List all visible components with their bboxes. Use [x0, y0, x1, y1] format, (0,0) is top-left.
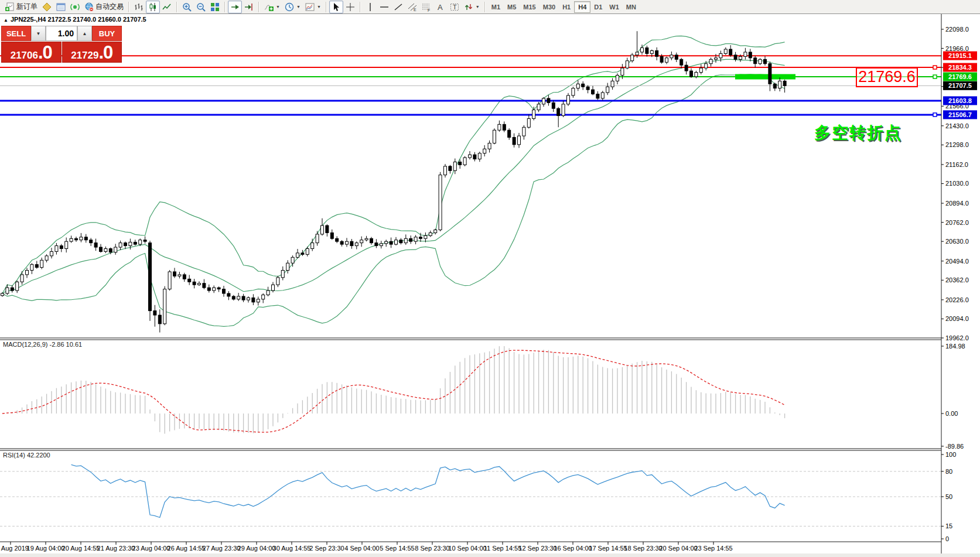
zoom-in-button[interactable] — [180, 1, 194, 13]
svg-text:21966.0: 21966.0 — [945, 45, 969, 52]
trendline-button[interactable] — [391, 1, 405, 13]
vertical-line-button[interactable] — [363, 1, 377, 13]
svg-text:20630.0: 20630.0 — [945, 238, 969, 245]
label-button[interactable]: T — [448, 1, 462, 13]
horizontal-line-button[interactable] — [377, 1, 391, 13]
svg-text:21298.0: 21298.0 — [945, 141, 969, 148]
price-callout[interactable]: 21769.6 — [856, 67, 918, 87]
rsi-label: RSI(14) 42.2200 — [3, 452, 50, 459]
tab-timeframe-H4[interactable]: H4 — [574, 1, 590, 13]
svg-text:A: A — [438, 3, 443, 12]
fibonacci-button[interactable]: F — [419, 1, 433, 13]
svg-text:-89.86: -89.86 — [945, 443, 964, 450]
auto-trading-button[interactable]: 自动交易 — [82, 1, 126, 13]
chart-canvas[interactable]: 22098.021966.021834.021702.021566.021430… — [0, 0, 980, 557]
svg-text:21915.1: 21915.1 — [948, 52, 972, 59]
arrow-tools-icon — [464, 2, 473, 12]
buy-button[interactable]: BUY — [92, 26, 122, 41]
signals-icon — [70, 2, 80, 12]
market-watch-icon — [42, 2, 52, 12]
highlight-segment[interactable] — [735, 74, 795, 80]
panel-separators[interactable] — [0, 14, 941, 553]
sell-button[interactable]: SELL — [1, 26, 31, 41]
chart-shift-button[interactable] — [242, 1, 256, 13]
svg-text:23 Aug 04:00: 23 Aug 04:00 — [132, 545, 170, 552]
tab-timeframe-M30[interactable]: M30 — [539, 2, 559, 12]
volume-down-button[interactable]: ▼ — [31, 26, 46, 41]
svg-text:21030.0: 21030.0 — [945, 180, 969, 187]
horizontal-price-lines[interactable] — [0, 56, 941, 117]
toolbar-separator — [484, 2, 486, 12]
tab-timeframe-M1[interactable]: M1 — [488, 2, 504, 12]
svg-text:T: T — [453, 4, 457, 11]
tab-timeframe-MN[interactable]: MN — [623, 2, 640, 12]
label-icon: T — [450, 2, 459, 12]
svg-text:21834.3: 21834.3 — [948, 64, 972, 71]
chart-annotation[interactable]: 多空转折点 — [814, 122, 902, 144]
volume-input[interactable] — [46, 26, 77, 41]
buy-price-decimal: .0 — [98, 42, 112, 63]
svg-text:15 Aug 2019: 15 Aug 2019 — [0, 545, 29, 552]
buy-price[interactable]: 21729.0 — [62, 42, 122, 63]
collapse-icon[interactable]: ▲ — [4, 18, 8, 23]
tab-timeframe-M15[interactable]: M15 — [520, 2, 539, 12]
svg-text:21769.6: 21769.6 — [948, 73, 972, 80]
new-order-icon — [5, 2, 15, 12]
data-window-button[interactable] — [54, 1, 68, 13]
auto-trading-icon — [84, 2, 94, 12]
volume-up-button[interactable]: ▲ — [77, 26, 92, 41]
arrow-tools-button[interactable]: ▼ — [462, 1, 482, 13]
svg-text:20 Aug 14:55: 20 Aug 14:55 — [62, 545, 100, 552]
auto-scroll-button[interactable] — [228, 1, 242, 13]
svg-text:27 Aug 23:30: 27 Aug 23:30 — [203, 545, 241, 552]
text-button[interactable]: A — [433, 1, 448, 13]
svg-text:20362.0: 20362.0 — [945, 276, 969, 283]
trendline-icon — [394, 2, 403, 12]
sell-price-main: 21706 — [11, 50, 38, 61]
tab-timeframe-H1[interactable]: H1 — [559, 2, 574, 12]
crosshair-button[interactable] — [343, 1, 357, 13]
line-chart-button[interactable] — [160, 1, 174, 13]
svg-text:20094.0: 20094.0 — [945, 315, 969, 322]
tab-timeframe-W1[interactable]: W1 — [606, 2, 623, 12]
svg-text:2 Sep 23:30: 2 Sep 23:30 — [309, 545, 344, 552]
ohlc-text: JPN225-,H4 21722.5 21740.0 21660.0 21707… — [11, 16, 146, 23]
candlestick-button[interactable] — [146, 1, 160, 13]
svg-text:22098.0: 22098.0 — [945, 26, 969, 33]
svg-text:184.98: 184.98 — [945, 343, 965, 350]
templates-icon — [305, 2, 315, 12]
toolbar-separator — [258, 2, 259, 12]
svg-text:16 Sep 04:00: 16 Sep 04:00 — [554, 545, 592, 552]
window-bottom-edge — [0, 553, 980, 557]
svg-text:21603.8: 21603.8 — [948, 97, 972, 104]
svg-text:26 Aug 14:55: 26 Aug 14:55 — [168, 545, 206, 552]
cursor-button[interactable] — [329, 1, 343, 13]
bar-chart-button[interactable] — [132, 1, 146, 13]
svg-text:30 Aug 14:55: 30 Aug 14:55 — [273, 545, 311, 552]
svg-text:12 Sep 23:30: 12 Sep 23:30 — [518, 545, 556, 552]
buy-price-main: 21729 — [71, 50, 98, 61]
periods-button[interactable]: ▼ — [282, 1, 303, 13]
zoom-out-button[interactable] — [194, 1, 208, 13]
market-watch-button[interactable] — [40, 1, 54, 13]
tab-timeframe-D1[interactable]: D1 — [590, 2, 606, 12]
toolbar-separator — [360, 2, 361, 12]
tab-timeframe-M5[interactable]: M5 — [504, 2, 520, 12]
templates-button[interactable]: ▼ — [303, 1, 323, 13]
svg-text:19962.0: 19962.0 — [945, 334, 969, 341]
new-order-button[interactable]: 新订单 — [2, 1, 40, 13]
toolbar-separator — [224, 2, 226, 12]
data-window-icon — [56, 2, 66, 12]
svg-text:15: 15 — [945, 522, 952, 529]
zoom-out-icon — [196, 2, 206, 12]
sell-price[interactable]: 21706.0 — [1, 42, 62, 63]
sell-price-decimal: .0 — [38, 42, 52, 63]
chevron-down-icon: ▼ — [476, 5, 480, 9]
indicators-button[interactable]: ▼ — [262, 1, 282, 13]
tile-windows-button[interactable] — [208, 1, 222, 13]
signals-button[interactable] — [68, 1, 82, 13]
svg-text:80: 80 — [945, 468, 952, 475]
channel-button[interactable]: E — [405, 1, 419, 13]
ohlc-header: ▲JPN225-,H4 21722.5 21740.0 21660.0 2170… — [4, 16, 146, 23]
fibonacci-icon: F — [422, 2, 431, 12]
